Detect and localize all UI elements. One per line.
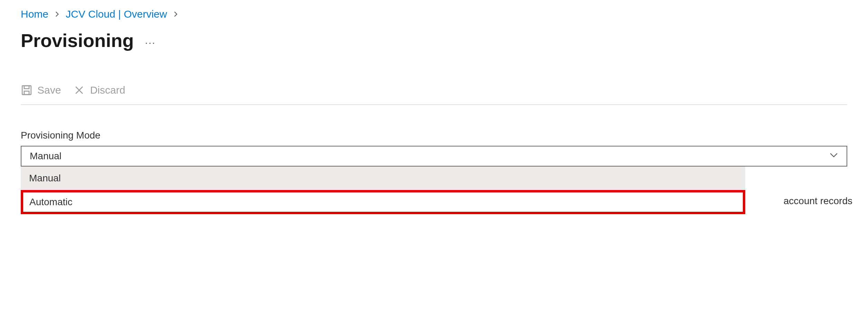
dropdown-selected-value: Manual <box>30 151 62 162</box>
breadcrumb-home[interactable]: Home <box>21 8 48 20</box>
page-header: Provisioning ··· <box>21 30 847 51</box>
page-title: Provisioning <box>21 30 134 51</box>
svg-rect-0 <box>22 86 31 95</box>
chevron-right-icon <box>173 9 179 20</box>
description-text-fragment: account records <box>784 196 852 207</box>
provisioning-mode-label: Provisioning Mode <box>21 130 847 141</box>
save-icon <box>21 84 33 96</box>
dropdown-option-manual[interactable]: Manual <box>21 167 745 190</box>
dropdown-option-automatic[interactable]: Automatic <box>21 190 745 214</box>
command-bar: Save Discard <box>21 84 847 105</box>
chevron-right-icon <box>54 9 60 20</box>
provisioning-mode-dropdown[interactable]: Manual Manual Automatic account records <box>21 146 847 167</box>
save-button[interactable]: Save <box>21 84 61 96</box>
close-icon <box>73 84 85 96</box>
svg-rect-1 <box>24 86 29 89</box>
save-button-label: Save <box>37 84 61 96</box>
more-actions-button[interactable]: ··· <box>145 37 156 48</box>
svg-rect-2 <box>24 91 29 95</box>
chevron-down-icon <box>829 151 838 162</box>
dropdown-selected[interactable]: Manual <box>21 146 847 167</box>
discard-button-label: Discard <box>90 84 125 96</box>
discard-button[interactable]: Discard <box>73 84 125 96</box>
breadcrumb-jcv-cloud-overview[interactable]: JCV Cloud | Overview <box>66 8 167 20</box>
dropdown-list: Manual Automatic account records <box>21 167 745 214</box>
breadcrumb: Home JCV Cloud | Overview <box>21 8 847 20</box>
